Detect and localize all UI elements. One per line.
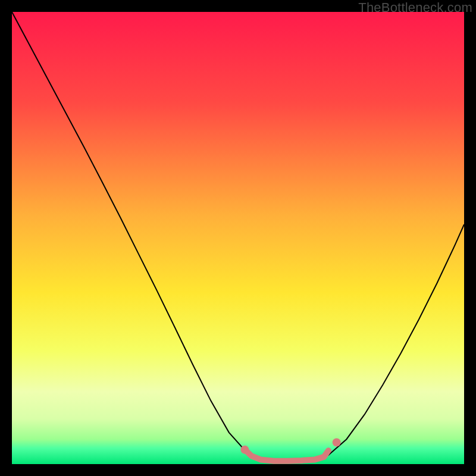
chart-frame: TheBottleneck.com — [0, 0, 476, 476]
gradient-background — [12, 12, 464, 464]
highlight-dot-0 — [240, 446, 249, 454]
bottleneck-chart — [12, 12, 464, 464]
highlight-dot-1 — [333, 439, 341, 447]
